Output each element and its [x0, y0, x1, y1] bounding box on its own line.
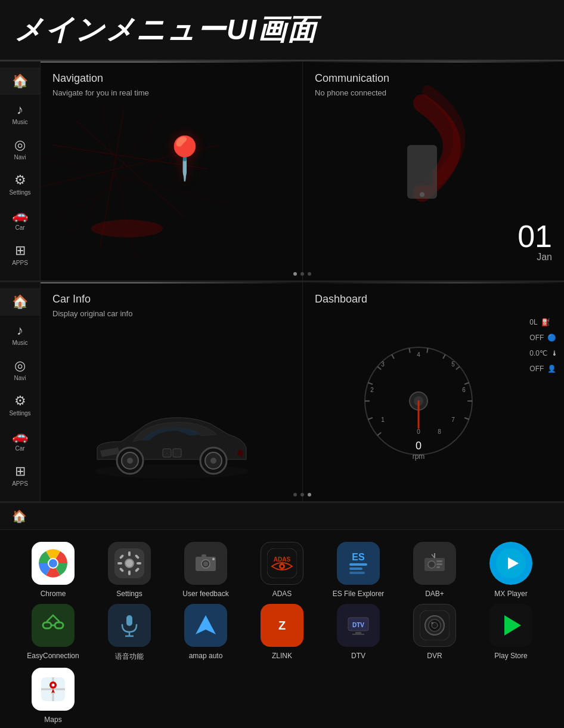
svg-point-37 — [49, 559, 57, 567]
comm-arcs-svg — [315, 85, 552, 269]
svg-point-11 — [420, 192, 424, 197]
mxplayer-app[interactable]: MX Player — [476, 542, 546, 598]
comm-visual — [315, 85, 552, 269]
car-visual — [52, 394, 290, 489]
svg-rect-68 — [436, 566, 440, 568]
svg-rect-61 — [349, 567, 362, 570]
svg-point-51 — [203, 562, 208, 566]
svg-text:7: 7 — [451, 417, 455, 423]
rpm-value: 0 — [413, 440, 425, 452]
zlink-label: ZLINK — [272, 652, 292, 660]
sidebar-item-car-1[interactable]: 🚗 Car — [0, 203, 40, 236]
svg-text:DTV: DTV — [352, 622, 364, 628]
sidebar-home-1[interactable]: 🏠 — [0, 67, 40, 95]
dtv-icon: DTV — [337, 604, 380, 647]
svg-rect-62 — [349, 572, 365, 574]
apps-home-icon[interactable]: 🏠 — [12, 509, 27, 523]
dab-app[interactable]: DAB+ — [399, 542, 470, 598]
sidebar-item-apps-2[interactable]: ⊞ APPS — [0, 459, 40, 492]
settings-icon-1: ⚙ — [14, 172, 26, 188]
feedback-label: User feedback — [182, 590, 228, 598]
dvr-app[interactable]: DVR — [399, 604, 470, 662]
sidebar-item-apps-1[interactable]: ⊞ APPS — [0, 238, 40, 271]
svg-line-6 — [100, 103, 136, 264]
panel2-content: Car Info Display original car info — [41, 282, 564, 501]
communication-section[interactable]: Communication No phone connected 01 Jan — [302, 61, 564, 280]
panel-navigation: 🏠 ♪ Music ◎ Navi ⚙ Settings 🚗 Car ⊞ APPS… — [0, 61, 564, 282]
chrome-app[interactable]: Chrome — [18, 542, 88, 598]
mxplayer-icon — [489, 542, 532, 585]
feedback-app[interactable]: User feedback — [171, 542, 241, 598]
dtv-app[interactable]: DTV DTV — [323, 604, 393, 662]
music-icon-2: ♪ — [17, 323, 23, 338]
stat-temp-value: 0.0℃ — [529, 349, 547, 357]
sidebar-item-settings-2[interactable]: ⚙ Settings — [0, 388, 40, 421]
stat-seatbelt-value: OFF — [529, 365, 544, 373]
voice-label: 语音功能 — [115, 652, 144, 662]
sidebar-label-settings-2: Settings — [9, 410, 30, 417]
svg-text:8: 8 — [438, 428, 441, 435]
dot-2-1 — [293, 493, 297, 496]
svg-text:ADAS: ADAS — [274, 556, 291, 563]
sidebar-item-music-2[interactable]: ♪ Music — [0, 318, 40, 351]
maps-label: Maps — [44, 715, 61, 724]
esfile-label: ES File Explorer — [333, 590, 385, 598]
seatbelt-icon: 👤 — [547, 365, 556, 373]
amap-app[interactable]: amap auto — [171, 604, 241, 662]
svg-point-94 — [431, 622, 433, 624]
navigation-section[interactable]: Navigation Navigate for you in real time — [41, 61, 302, 280]
maps-icon — [32, 668, 75, 711]
sidebar-item-navi-2[interactable]: ◎ Navi — [0, 353, 40, 386]
esfile-app[interactable]: ES ES File Explorer — [323, 542, 393, 598]
svg-point-65 — [428, 561, 435, 568]
apps-grid: Chrome — [0, 530, 564, 728]
gauge-info: 0 rpm — [413, 440, 425, 461]
car-svg — [85, 394, 258, 489]
sidebar-label-navi-2: Navi — [14, 375, 26, 381]
dvr-label: DVR — [427, 652, 442, 660]
chrome-icon — [32, 542, 75, 585]
mxplayer-label: MX Player — [494, 590, 527, 598]
sidebar-panel2: 🏠 ♪ Music ◎ Navi ⚙ Settings 🚗 Car ⊞ APPS — [0, 282, 41, 501]
nav-top-bar — [41, 61, 302, 63]
sidebar-label-music-1: Music — [12, 119, 27, 125]
voice-app[interactable]: 语音功能 — [94, 604, 165, 662]
svg-line-4 — [70, 115, 160, 235]
sidebar-label-apps-2: APPS — [12, 480, 28, 487]
carinfo-subtitle: Display original car info — [52, 309, 290, 318]
settings-app[interactable]: Settings — [94, 542, 165, 598]
sidebar-item-car-2[interactable]: 🚗 Car — [0, 424, 40, 456]
panel-carinfo: 🏠 ♪ Music ◎ Navi ⚙ Settings 🚗 Car ⊞ APPS… — [0, 282, 564, 503]
sidebar-label-car-2: Car — [15, 445, 24, 452]
svg-rect-43 — [137, 562, 141, 564]
svg-rect-41 — [128, 570, 131, 575]
map-lines-svg — [41, 97, 302, 280]
navi-icon-2: ◎ — [14, 358, 26, 374]
carinfo-section[interactable]: Car Info Display original car info — [41, 282, 302, 501]
stat-temp: 0.0℃ 🌡 — [529, 349, 558, 357]
sidebar-home-2[interactable]: 🏠 — [0, 288, 40, 316]
svg-text:1: 1 — [381, 417, 385, 423]
stat-fuel: 0L ⛽ — [529, 318, 558, 326]
carinfo-title: Car Info — [52, 293, 290, 306]
sidebar-item-navi-1[interactable]: ◎ Navi — [0, 132, 40, 165]
dot-1-3 — [308, 272, 311, 276]
svg-rect-66 — [436, 560, 442, 562]
date-day: 01 — [517, 221, 552, 252]
settings-app-label: Settings — [116, 590, 142, 598]
playstore-app[interactable]: Play Store — [476, 604, 546, 662]
date-display: 01 Jan — [517, 221, 552, 263]
esfile-icon: ES — [337, 542, 380, 585]
easyconn-app[interactable]: EasyConnection — [18, 604, 88, 662]
svg-point-102 — [52, 684, 55, 687]
apps-icon-2: ⊞ — [15, 464, 26, 479]
dtv-label: DTV — [351, 652, 365, 660]
zlink-app[interactable]: Z ZLINK — [247, 604, 317, 662]
sidebar-item-music-1[interactable]: ♪ Music — [0, 97, 40, 130]
adas-app[interactable]: ADAS ADAS — [247, 542, 317, 598]
car-icon-1: 🚗 — [12, 208, 28, 223]
dashboard-section[interactable]: Dashboard — [302, 282, 564, 501]
svg-rect-60 — [349, 563, 367, 566]
maps-app[interactable]: Maps — [18, 668, 88, 724]
sidebar-item-settings-1[interactable]: ⚙ Settings — [0, 168, 40, 200]
